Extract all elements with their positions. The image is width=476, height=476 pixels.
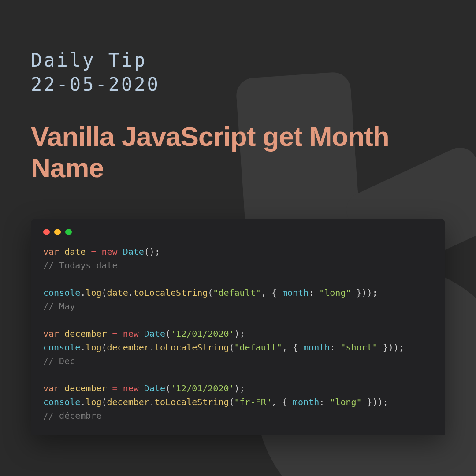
code-window: var date = new Date(); // Todays date co… — [31, 219, 445, 435]
identifier: date — [64, 246, 86, 257]
punctuation: , { — [271, 397, 293, 407]
punctuation: ( — [229, 397, 234, 407]
punctuation: ( — [165, 383, 171, 394]
punctuation: , { — [261, 287, 282, 298]
keyword-var: var — [43, 246, 59, 257]
string: "fr-FR" — [234, 397, 271, 407]
class-name: Date — [144, 328, 165, 339]
code-block: var date = new Date(); // Todays date co… — [43, 245, 433, 423]
keyword-new: new — [123, 328, 139, 339]
class-name: Date — [123, 246, 144, 257]
content-wrapper: Daily Tip 22-05-2020 Vanilla JavaScript … — [0, 0, 476, 435]
comment: // décembre — [43, 410, 101, 421]
object: console — [43, 287, 80, 298]
punctuation: , { — [282, 342, 303, 353]
identifier: december — [107, 397, 149, 407]
method: toLocaleString — [155, 342, 229, 353]
string: "default" — [213, 287, 260, 298]
maximize-icon — [65, 229, 72, 235]
string: '12/01/2020' — [171, 328, 234, 339]
punctuation: : — [319, 397, 330, 407]
punctuation: })); — [351, 287, 377, 298]
identifier: december — [64, 383, 107, 394]
method: toLocaleString — [155, 397, 229, 407]
punctuation: : — [330, 342, 340, 353]
property: month — [303, 342, 330, 353]
punctuation: (); — [144, 246, 160, 257]
object: console — [43, 397, 80, 407]
punctuation: ( — [101, 397, 107, 407]
keyword-new: new — [123, 383, 139, 394]
function: log — [86, 342, 101, 353]
property: month — [282, 287, 309, 298]
string: "short" — [340, 342, 377, 353]
window-traffic-lights — [43, 229, 433, 235]
close-icon — [43, 229, 50, 235]
punctuation: . — [80, 287, 86, 298]
punctuation: ( — [208, 287, 213, 298]
page-title: Vanilla JavaScript get Month Name — [31, 121, 445, 184]
punctuation: ( — [165, 328, 171, 339]
punctuation: : — [309, 287, 319, 298]
string: '12/01/2020' — [171, 383, 234, 394]
punctuation: ( — [101, 342, 107, 353]
operator: = — [91, 246, 96, 257]
identifier: december — [64, 328, 107, 339]
string: "default" — [234, 342, 282, 353]
punctuation: ( — [101, 287, 107, 298]
comment: // Todays date — [43, 260, 118, 271]
punctuation: . — [128, 287, 134, 298]
punctuation: ); — [234, 328, 245, 339]
identifier: december — [107, 342, 149, 353]
keyword-var: var — [43, 383, 59, 394]
eyebrow-line2: 22-05-2020 — [31, 73, 445, 97]
operator: = — [112, 383, 118, 394]
property: month — [293, 397, 319, 407]
string: "long" — [319, 287, 351, 298]
object: console — [43, 342, 80, 353]
string: "long" — [330, 397, 361, 407]
function: log — [86, 397, 101, 407]
comment: // May — [43, 301, 75, 312]
comment: // Dec — [43, 356, 75, 366]
identifier: date — [107, 287, 128, 298]
punctuation: . — [149, 397, 155, 407]
eyebrow-line1: Daily Tip — [31, 48, 445, 73]
punctuation: })); — [362, 397, 388, 407]
punctuation: ); — [234, 383, 245, 394]
keyword-new: new — [101, 246, 117, 257]
class-name: Date — [144, 383, 165, 394]
eyebrow-label: Daily Tip 22-05-2020 — [31, 48, 445, 97]
punctuation: . — [80, 397, 86, 407]
punctuation: . — [149, 342, 155, 353]
punctuation: })); — [378, 342, 404, 353]
punctuation: ( — [229, 342, 234, 353]
keyword-var: var — [43, 328, 59, 339]
minimize-icon — [54, 229, 61, 235]
function: log — [86, 287, 101, 298]
method: toLocaleString — [134, 287, 208, 298]
punctuation: . — [80, 342, 86, 353]
operator: = — [112, 328, 118, 339]
